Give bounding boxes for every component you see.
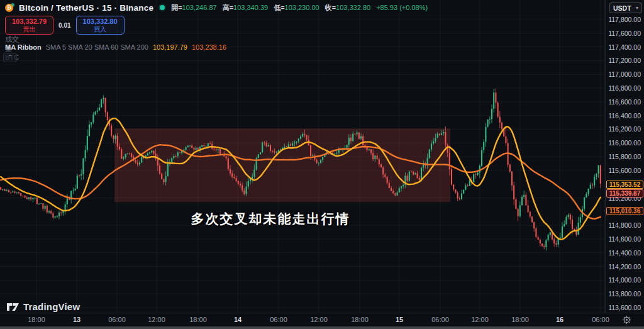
time-tick-label: 14 <box>234 316 242 323</box>
time-tick-label: 18:00 <box>351 316 369 323</box>
low-label: 低= <box>274 4 284 11</box>
indicator-name: MA Ribbon <box>5 43 42 51</box>
time-tick-label: 12:00 <box>471 316 489 323</box>
close-value: 103,332.80 <box>336 4 370 11</box>
price-tick-label: 116,000.00 <box>608 139 641 147</box>
settings-gear-icon[interactable] <box>622 315 631 325</box>
sell-label: 賣出 <box>12 26 47 33</box>
symbol-title[interactable]: Bitcoin / TetherUS · 15 · Binance <box>19 3 153 13</box>
tradingview-logo[interactable]: TradingView <box>6 301 80 312</box>
price-axis[interactable]: USDT ▾ 117,800.00117,600.00117,400.00117… <box>605 0 644 313</box>
time-axis[interactable]: 18:001306:0012:0018:001406:0012:0018:001… <box>0 313 644 326</box>
tradingview-logo-icon <box>6 302 19 312</box>
time-tick-label: 12:00 <box>148 316 165 323</box>
price-tick-label: 115,600.00 <box>608 167 641 174</box>
bitcoin-icon: ₿ <box>5 4 13 12</box>
time-tick-label: 15 <box>396 316 403 323</box>
close-label: 收= <box>325 4 336 11</box>
price-tick-label: 116,800.00 <box>608 84 641 92</box>
time-tick-label: 18:00 <box>28 316 45 323</box>
price-tick-label: 117,200.00 <box>608 57 641 64</box>
time-tick-label: 12:00 <box>310 316 328 323</box>
price-tick-label: 116,400.00 <box>608 112 641 120</box>
buy-button[interactable]: 103,332.80 買入 <box>76 16 125 35</box>
ma-slow-value: 103,238.16 <box>192 43 226 51</box>
ma-fast-label: 115,353.52 <box>606 181 643 189</box>
price-tick-label: 117,000.00 <box>608 70 641 78</box>
price-tick-label: 113,800.00 <box>608 290 641 298</box>
price-tick-label: 117,800.00 <box>608 16 641 23</box>
btc-usdt-pair-icon: ₿ <box>5 3 15 13</box>
time-tick-label: 16 <box>556 316 564 323</box>
price-tick-label: 114,600.00 <box>608 235 641 243</box>
price-tick-label: 117,600.00 <box>608 30 641 37</box>
buy-label: 買入 <box>83 26 118 33</box>
time-tick-label: 18:00 <box>511 316 529 323</box>
ma-ribbon-row[interactable]: MA Ribbon SMA 5 SMA 20 SMA 60 SMA 200 10… <box>5 43 226 51</box>
time-tick-label: 06:00 <box>592 316 609 323</box>
high-value: 103,340.39 <box>233 4 268 11</box>
open-value: 103,246.87 <box>182 4 217 11</box>
ohlc-readout: 開=103,246.87 高=103,340.39 低=103,230.00 收… <box>171 3 428 13</box>
time-tick-label: 06:00 <box>108 316 126 323</box>
open-label: 開= <box>171 4 182 11</box>
low-value: 103,230.00 <box>285 4 319 11</box>
currency-label: USDT <box>613 4 631 12</box>
chart-annotation-text: 多次交叉却未能走出行情 <box>191 210 350 228</box>
window-bottom-edge <box>0 326 644 329</box>
price-tick-label: 116,600.00 <box>608 98 641 106</box>
price-tick-label: 115,800.00 <box>608 153 641 160</box>
last-price-label: 115,339.87 <box>606 189 643 198</box>
currency-dropdown[interactable]: USDT ▾ <box>609 3 642 13</box>
market-open-status-icon <box>160 5 165 10</box>
ma-fast-value: 103,197.79 <box>153 43 187 51</box>
price-tick-label: 114,000.00 <box>608 276 641 284</box>
sell-price: 103,332.79 <box>12 18 47 26</box>
price-tick-label: 117,400.00 <box>608 43 641 51</box>
spread-value: 0.01 <box>58 22 70 29</box>
price-tick-label: 114,800.00 <box>608 221 641 229</box>
ma-slow-label: 115,010.36 <box>606 207 643 215</box>
time-tick-label: 18:00 <box>189 316 207 323</box>
sell-button[interactable]: 103,332.79 賣出 <box>5 16 53 35</box>
time-tick-label: 06:00 <box>270 316 287 323</box>
time-tick-label: 06:00 <box>431 316 449 323</box>
tradingview-chart-window: 多次交叉却未能走出行情 ₿ Bitcoin / TetherUS · 15 · … <box>0 0 644 329</box>
change-value: +85.93 (+0.08%) <box>376 4 428 11</box>
high-label: 高= <box>223 4 233 11</box>
price-tick-label: 114,400.00 <box>608 249 641 257</box>
buy-price: 103,332.80 <box>83 18 118 26</box>
time-tick-label: 13 <box>73 316 80 323</box>
price-tick-label: 116,200.00 <box>608 125 641 133</box>
collapse-legend-button[interactable]: ⌃ <box>3 53 17 62</box>
price-tick-label: 114,200.00 <box>608 263 641 270</box>
indicator-params: SMA 5 SMA 20 SMA 60 SMA 200 <box>46 43 148 51</box>
chevron-down-icon: ▾ <box>636 5 638 11</box>
tradingview-logo-text: TradingView <box>23 301 80 312</box>
price-tick-label: 113,600.00 <box>608 304 641 311</box>
